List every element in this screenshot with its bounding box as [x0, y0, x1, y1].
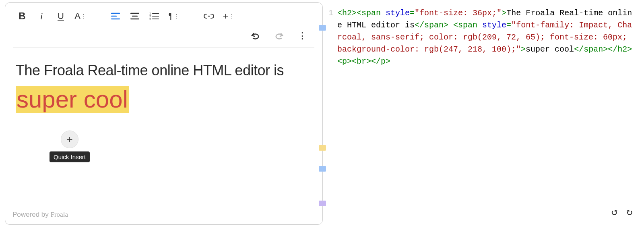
code-token[interactable] — [448, 21, 453, 30]
code-token[interactable]: = — [410, 8, 415, 18]
code-token[interactable]: <h2><span — [337, 8, 381, 18]
code-panel: 1 <h2><span style="font-size: 36px;">The… — [323, 0, 644, 230]
footer-prefix: Powered by — [12, 211, 51, 218]
svg-text:2: 2 — [149, 15, 151, 18]
dots-icon: ⋮ — [81, 13, 86, 19]
code-token[interactable] — [477, 21, 482, 30]
code-token[interactable]: > — [502, 8, 506, 18]
code-token[interactable]: "font-size: 36px;" — [415, 8, 502, 18]
code-redo-button[interactable]: ↻ — [626, 205, 633, 220]
italic-button[interactable]: i — [32, 7, 51, 25]
svg-text:3: 3 — [149, 18, 151, 20]
toolbar-secondary: ⋮ — [5, 27, 322, 47]
bold-button[interactable]: B — [12, 7, 32, 25]
plus-icon: + — [66, 133, 72, 146]
editor-text-main[interactable]: The Froala Real-time online HTML editor … — [16, 62, 284, 79]
quick-insert-tooltip: Quick Insert — [50, 151, 90, 162]
editor-heading[interactable]: The Froala Real-time online HTML editor … — [16, 60, 312, 118]
more-insert-button[interactable]: +⋮ — [219, 7, 238, 25]
editor-footer: Powered by Froala — [5, 207, 322, 224]
dots-icon: ⋮ — [229, 13, 234, 19]
undo-icon: ↺ — [611, 206, 618, 218]
footer-brand: Froala — [51, 211, 68, 218]
toolbar-primary: B i U A⋮ 1 2 3 — [5, 3, 322, 27]
code-token[interactable] — [381, 8, 386, 18]
editor-panel: B i U A⋮ 1 2 3 — [5, 2, 323, 225]
redo-icon — [274, 32, 284, 40]
list-icon: 1 2 3 — [149, 12, 159, 20]
align-left-icon — [111, 12, 120, 20]
underline-button[interactable]: U — [51, 7, 70, 25]
redo-button[interactable] — [269, 27, 289, 45]
editor-content[interactable]: The Froala Real-time online HTML editor … — [5, 48, 322, 207]
code-token[interactable]: <span — [453, 21, 477, 30]
more-text-button[interactable]: A⋮ — [70, 7, 90, 25]
align-center-icon — [130, 12, 139, 20]
dots-icon: ⋮ — [174, 13, 178, 19]
pane-divider-marker — [319, 166, 326, 172]
insert-link-button[interactable] — [199, 7, 219, 25]
quick-insert: + Quick Insert — [50, 131, 90, 162]
align-center-button[interactable] — [125, 7, 144, 25]
undo-button[interactable] — [246, 27, 265, 45]
code-actions: ↺ ↻ — [611, 205, 633, 220]
code-token[interactable]: > — [521, 45, 526, 54]
code-undo-button[interactable]: ↺ — [611, 205, 618, 220]
code-token[interactable]: super cool — [526, 45, 574, 54]
quick-insert-button[interactable]: + — [61, 131, 78, 148]
link-icon — [204, 13, 214, 19]
code-token[interactable]: = — [506, 21, 511, 30]
ordered-list-button[interactable]: 1 2 3 — [144, 7, 164, 25]
pane-divider-marker — [319, 201, 326, 206]
undo-icon — [251, 32, 260, 40]
code-token[interactable]: style — [482, 21, 506, 30]
pane-divider-marker — [319, 25, 326, 31]
align-left-button[interactable] — [106, 7, 125, 25]
more-misc-button[interactable]: ⋮ — [293, 27, 312, 45]
code-body[interactable]: <h2><span style="font-size: 36px;">The F… — [337, 7, 635, 68]
code-token[interactable]: </span> — [415, 21, 448, 30]
editor-text-highlight[interactable]: super cool — [16, 86, 129, 113]
paragraph-format-button[interactable]: ¶⋮ — [164, 7, 183, 25]
code-token[interactable]: style — [386, 8, 410, 18]
pane-divider-marker — [319, 145, 326, 151]
code-line-number: 1 — [328, 7, 337, 68]
redo-icon: ↻ — [626, 206, 633, 218]
